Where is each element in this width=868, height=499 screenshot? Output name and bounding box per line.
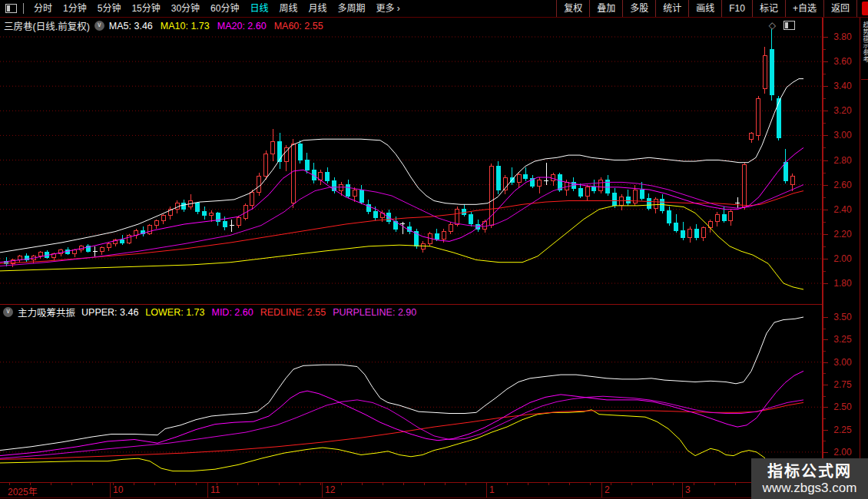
period-tabs: 分时1分钟5分钟15分钟30分钟60分钟日线周线月线多周期更多 › [28, 0, 406, 17]
main-candlestick-chart[interactable] [0, 28, 822, 304]
ma-label: MA60: 2.55 [274, 21, 323, 31]
period-tab-分时[interactable]: 分时 [28, 0, 58, 17]
toolbar-button-F10[interactable]: F10 [721, 0, 752, 17]
month-divider [110, 483, 111, 497]
month-divider [322, 483, 323, 497]
chart-window-controls: ◇ [769, 20, 795, 31]
indicator-value-label: PURPLELINE: 2.90 [333, 307, 416, 318]
ma-label: MA5: 3.46 [109, 21, 153, 31]
chevron-down-icon[interactable]: ∨ [94, 21, 104, 31]
main-axis-label: 2.00 [827, 253, 859, 264]
main-axis-label: 2.20 [827, 229, 859, 240]
toolbar-button-返回[interactable]: 返回 [823, 0, 857, 17]
period-tab-1分钟[interactable]: 1分钟 [58, 0, 92, 17]
period-tab-15分钟[interactable]: 15分钟 [126, 0, 165, 17]
indicator-value-label: MID: 2.60 [211, 307, 253, 318]
indicator-value-label: LOWER: 1.73 [145, 307, 204, 318]
period-tab-60分钟[interactable]: 60分钟 [205, 0, 244, 17]
indicator-value-label: UPPER: 3.46 [81, 307, 138, 318]
toolbar-button-+自选[interactable]: +自选 [785, 0, 823, 17]
main-axis-label: 3.20 [827, 105, 859, 116]
time-axis-label: 11 [210, 484, 220, 495]
price-axis: 3.803.603.403.203.002.802.602.402.202.00… [822, 0, 861, 499]
period-tab-多周期[interactable]: 多周期 [333, 0, 371, 17]
toolbar-button-叠加[interactable]: 叠加 [589, 0, 622, 17]
period-tab-周线[interactable]: 周线 [273, 0, 303, 17]
toolbar-button-多股[interactable]: 多股 [622, 0, 655, 17]
watermark-url: www.zbgs3.com [763, 481, 857, 496]
corner-marker [862, 2, 868, 15]
time-axis-label: 3 [685, 484, 691, 495]
period-tab-更多 ›[interactable]: 更多 › [371, 0, 406, 17]
watermark: 指标公式网 www.zbgs3.com [751, 458, 868, 499]
time-axis-label: 2025年 [8, 484, 38, 497]
time-axis-label: 12 [325, 484, 335, 495]
chevron-down-icon[interactable]: ∨ [3, 307, 13, 317]
period-tab-30分钟[interactable]: 30分钟 [166, 0, 205, 17]
time-axis-label: 2 [605, 484, 610, 495]
main-axis-label: 3.60 [827, 56, 859, 67]
toolbar-button-统计[interactable]: 统计 [655, 0, 688, 17]
vertical-toolbar-segment[interactable]: 趋势提示参考 [861, 21, 868, 80]
month-divider [601, 483, 602, 497]
toolbar-button-标记[interactable]: 标记 [752, 0, 785, 17]
main-axis-label: 2.40 [827, 204, 859, 215]
indicator-axis-label: 2.50 [827, 402, 859, 412]
top-menu-bar: 分时1分钟5分钟15分钟30分钟60分钟日线周线月线多周期更多 › 复权叠加多股… [0, 0, 868, 18]
indicator-header: ∨ 主力吸筹共振 UPPER: 3.46LOWER: 1.73MID: 2.60… [0, 305, 814, 319]
main-axis-label: 3.40 [827, 81, 859, 91]
indicator-axis-label: 2.00 [827, 447, 859, 458]
indicator-value-labels: UPPER: 3.46LOWER: 1.73MID: 2.60REDLINE: … [81, 305, 423, 319]
indicator-value-label: REDLINE: 2.55 [260, 307, 326, 318]
time-axis: 2025年101112123 [0, 482, 860, 498]
right-vertical-toolbar[interactable]: 行情资讯指标信号主力资金动向自选趋势提示参考 [860, 0, 868, 499]
time-axis-label: 10 [113, 484, 123, 495]
split-window-icon[interactable] [784, 21, 795, 30]
toolbar-button-画线[interactable]: 画线 [688, 0, 721, 17]
vertical-toolbar-text: 行情资讯指标信号主力资金动向自选趋势提示参考 [861, 21, 868, 82]
indicator-axis-label: 3.50 [827, 312, 859, 322]
toolbar-button-复权[interactable]: 复权 [556, 0, 589, 17]
window-layout-icon[interactable] [5, 4, 17, 13]
main-axis-label: 2.60 [827, 180, 859, 190]
toolbar-right-buttons: 复权叠加多股统计画线F10标记+自选返回 [556, 0, 857, 17]
indicator-axis-label: 2.25 [827, 425, 859, 435]
stock-info-bar: 三房巷(日线.前复权) ∨ MA5: 3.46MA10: 1.73MA20: 2… [0, 18, 860, 33]
watermark-title: 指标公式网 [767, 462, 852, 481]
period-tab-5分钟[interactable]: 5分钟 [92, 0, 127, 17]
toolbar-divider [23, 3, 24, 14]
indicator-name: 主力吸筹共振 [18, 305, 75, 319]
indicator-axis-label: 2.75 [827, 379, 859, 390]
ma-value-labels: MA5: 3.46MA10: 1.73MA20: 2.60MA60: 2.55 [109, 18, 331, 32]
period-tab-日线[interactable]: 日线 [244, 0, 273, 17]
ma-label: MA10: 1.73 [161, 21, 210, 31]
indicator-axis-label: 3.25 [827, 334, 859, 345]
time-axis-label: 1 [489, 484, 495, 495]
main-axis-label: 3.00 [827, 130, 859, 140]
indicator-line-chart[interactable] [0, 305, 822, 482]
main-axis-label: 3.80 [827, 31, 859, 42]
month-divider [682, 483, 683, 497]
stock-title: 三房巷(日线.前复权) [4, 18, 90, 33]
month-divider [207, 483, 208, 497]
diamond-icon[interactable]: ◇ [769, 20, 776, 31]
app-window: 分时1分钟5分钟15分钟30分钟60分钟日线周线月线多周期更多 › 复权叠加多股… [0, 0, 868, 499]
indicator-axis-label: 3.00 [827, 357, 859, 368]
period-tab-月线[interactable]: 月线 [303, 0, 333, 17]
ma-label: MA20: 2.60 [217, 21, 267, 31]
main-axis-label: 2.80 [827, 155, 859, 166]
main-axis-label: 1.80 [827, 278, 859, 289]
